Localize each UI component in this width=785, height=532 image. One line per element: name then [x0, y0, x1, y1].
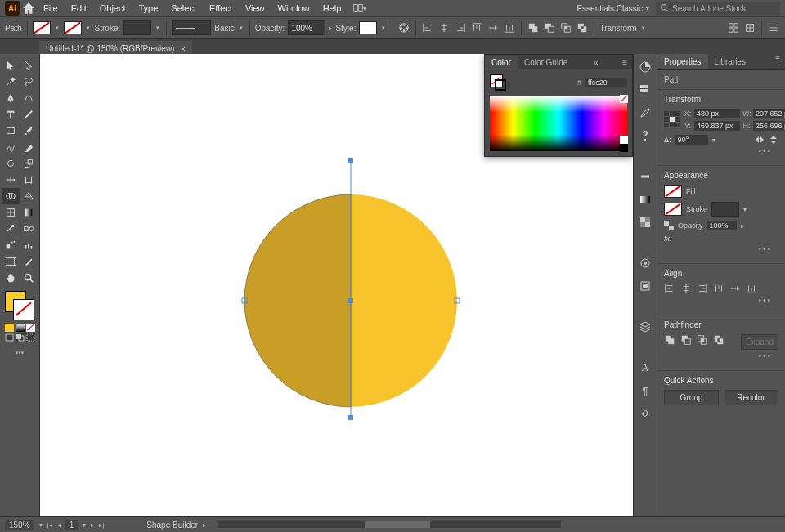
zoom-input[interactable]: 150% — [5, 520, 34, 530]
p-align-right-icon[interactable] — [697, 283, 708, 294]
menu-view[interactable]: View — [240, 1, 271, 16]
menu-select[interactable]: Select — [165, 1, 202, 16]
h-scrollbar[interactable] — [218, 521, 561, 528]
dock-color-icon[interactable] — [637, 59, 653, 75]
group-button[interactable]: Group — [664, 390, 719, 405]
pathfinder-more-icon[interactable]: ••• — [664, 350, 778, 365]
color-spectrum[interactable] — [490, 96, 627, 151]
colorguide-tab[interactable]: Color Guide — [518, 56, 574, 69]
recolor-icon[interactable] — [397, 21, 410, 34]
recolor-button[interactable]: Recolor — [724, 390, 778, 405]
tool-artboard[interactable] — [2, 253, 20, 270]
prop-fill-swatch[interactable] — [664, 185, 682, 198]
dock-links-icon[interactable] — [637, 405, 653, 422]
dock-symbols-icon[interactable] — [637, 127, 653, 144]
tool-curvature[interactable] — [20, 90, 38, 106]
p-align-bottom-icon[interactable] — [746, 283, 757, 294]
tool-gradient[interactable] — [20, 204, 38, 221]
w-input[interactable]: 207.652 px — [753, 109, 785, 118]
artboard-prev-icon[interactable]: ◂ — [57, 521, 61, 529]
dock-transparency-icon[interactable] — [637, 214, 653, 230]
align-bottom-icon[interactable] — [503, 21, 516, 34]
tool-hand[interactable] — [2, 270, 20, 286]
menu-file[interactable]: File — [38, 1, 64, 16]
dock-paragraph-icon[interactable]: ¶ — [637, 382, 653, 399]
menu-edit[interactable]: Edit — [65, 1, 92, 16]
fill-drop-icon[interactable]: ▾ — [54, 25, 61, 31]
artboard-last-icon[interactable]: ▸| — [99, 521, 104, 529]
anchor-bottom[interactable] — [348, 415, 353, 420]
rotate-input[interactable]: 90° — [675, 135, 708, 145]
shapemode-exclude-icon[interactable] — [576, 21, 589, 34]
tab-properties[interactable]: Properties — [657, 54, 708, 69]
dock-swatches-icon[interactable] — [637, 82, 653, 98]
align-top-icon[interactable] — [470, 21, 483, 34]
align-hcenter-icon[interactable] — [437, 21, 451, 34]
tool-mesh[interactable] — [2, 204, 20, 221]
tool-shape-builder[interactable] — [2, 188, 20, 204]
p-align-top-icon[interactable] — [713, 283, 724, 294]
tool-magic-wand[interactable] — [2, 74, 20, 90]
h-input[interactable]: 256.696 px — [753, 121, 785, 131]
menu-type[interactable]: Type — [133, 1, 164, 16]
flip-v-icon[interactable] — [769, 135, 778, 145]
shapemode-intersect-icon[interactable] — [559, 21, 572, 34]
drawmode-inside-icon[interactable] — [26, 333, 35, 342]
tool-line[interactable] — [20, 106, 38, 123]
tool-rotate[interactable] — [2, 155, 20, 172]
artboard-first-icon[interactable]: |◂ — [47, 521, 52, 529]
dock-appearance-icon[interactable] — [637, 255, 653, 271]
opacity-input[interactable] — [288, 20, 325, 35]
menu-help[interactable]: Help — [317, 1, 348, 16]
tool-symbol-sprayer[interactable] — [2, 237, 20, 253]
arrange-docs-icon[interactable]: ▾ — [353, 2, 366, 15]
menu-object[interactable]: Object — [94, 1, 132, 16]
stroke-swatch[interactable] — [64, 21, 82, 34]
anchor-mid[interactable] — [348, 298, 353, 303]
dock-stroke-icon[interactable] — [637, 168, 653, 185]
menu-window[interactable]: Window — [272, 1, 316, 16]
tool-selection[interactable] — [2, 57, 20, 74]
p-align-left-icon[interactable] — [664, 283, 675, 294]
tool-eraser[interactable] — [20, 139, 38, 155]
shapemode-minusfront-icon[interactable] — [543, 21, 556, 34]
reference-point[interactable] — [664, 111, 680, 129]
color-tab[interactable]: Color — [485, 56, 518, 69]
tool-direct-selection[interactable] — [20, 57, 38, 74]
tool-scale[interactable] — [20, 155, 38, 172]
flip-h-icon[interactable] — [755, 135, 765, 145]
drawmode-normal-icon[interactable] — [5, 333, 14, 342]
colorpanel-collapse-icon[interactable]: « — [589, 58, 603, 67]
tool-rectangle[interactable] — [2, 123, 20, 139]
shapebuilder-region[interactable] — [244, 194, 351, 407]
p-align-hcenter-icon[interactable] — [680, 283, 692, 294]
color-mode-icon[interactable] — [5, 324, 14, 332]
tool-free-transform[interactable] — [20, 172, 38, 188]
tool-lasso[interactable] — [20, 74, 38, 90]
shapemode-unite-icon[interactable] — [527, 21, 540, 34]
isolate-icon[interactable] — [727, 21, 740, 34]
tool-pen[interactable] — [2, 90, 20, 106]
align-left-icon[interactable] — [421, 21, 434, 34]
fill-stroke-swatch[interactable] — [5, 291, 34, 320]
dock-layers-icon[interactable] — [637, 319, 653, 335]
dock-graphicstyles-icon[interactable] — [637, 278, 653, 294]
tool-shaper[interactable] — [2, 139, 20, 155]
align-vcenter-icon[interactable] — [487, 21, 500, 34]
dock-character-icon[interactable]: A — [637, 360, 653, 376]
pf-intersect-icon[interactable] — [697, 334, 708, 346]
color-panel[interactable]: Color Color Guide « ≡ # ffcc29 — [484, 54, 633, 157]
pf-minus-icon[interactable] — [680, 334, 692, 346]
tool-zoom[interactable] — [20, 270, 38, 286]
pf-unite-icon[interactable] — [664, 334, 675, 346]
tool-perspective[interactable] — [20, 188, 38, 204]
toolbox-more-icon[interactable]: ••• — [16, 348, 25, 357]
stroke-weight-drop-icon[interactable]: ▾ — [155, 25, 161, 31]
tab-libraries[interactable]: Libraries — [708, 54, 752, 69]
fx-label[interactable]: fx. — [664, 235, 672, 243]
home-icon[interactable] — [21, 1, 36, 16]
fill-swatch[interactable] — [33, 21, 51, 34]
prop-stroke-weight-input[interactable] — [711, 202, 739, 217]
anchor-top[interactable] — [348, 158, 353, 163]
prop-stroke-swatch[interactable] — [664, 203, 682, 216]
